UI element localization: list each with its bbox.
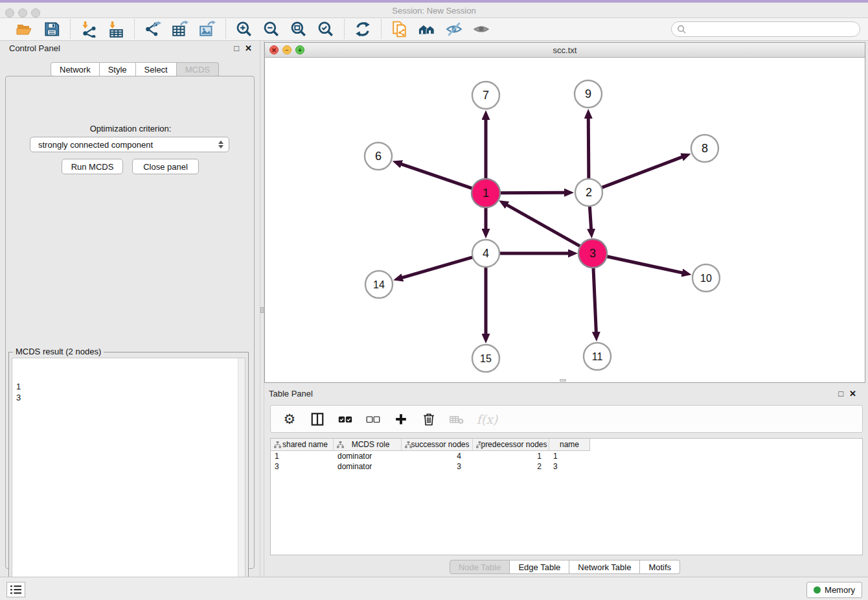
table-panel-tabs: Node TableEdge TableNetwork TableMotifs xyxy=(264,560,865,574)
table-row[interactable]: 3dominator323 xyxy=(271,461,862,472)
column-header-successor-nodes[interactable]: successor nodes xyxy=(402,439,473,450)
column-header-shared-name[interactable]: shared name xyxy=(271,439,334,450)
table-panel-float-icon[interactable]: □ xyxy=(838,389,843,398)
tab-mcds[interactable]: MCDS xyxy=(177,62,219,76)
svg-text:14: 14 xyxy=(373,279,385,290)
control-panel-float-icon[interactable]: □ xyxy=(234,43,239,53)
close-panel-button[interactable]: Close panel xyxy=(132,159,199,174)
svg-text:10: 10 xyxy=(700,273,712,284)
edge-3-10[interactable] xyxy=(606,256,683,273)
zoom-fit-icon[interactable] xyxy=(290,20,308,38)
minimize-window-button[interactable] xyxy=(18,8,27,17)
svg-text:6: 6 xyxy=(375,150,382,163)
graph-node-1[interactable]: 1 xyxy=(472,179,500,207)
duplicate-icon[interactable] xyxy=(391,20,409,38)
graph-node-3[interactable]: 3 xyxy=(578,239,607,268)
task-history-button[interactable] xyxy=(6,582,25,597)
export-table-icon[interactable] xyxy=(171,20,189,38)
delete-icon[interactable] xyxy=(420,411,437,428)
search-box[interactable] xyxy=(671,21,860,37)
edge-2-3[interactable] xyxy=(589,206,591,229)
graph-node-14[interactable]: 14 xyxy=(365,271,393,298)
table-row[interactable]: 1dominator411 xyxy=(271,451,862,461)
import-table-icon[interactable] xyxy=(107,20,125,38)
tab-style[interactable]: Style xyxy=(100,62,136,76)
app-titlebar: Session: New Session xyxy=(0,3,868,18)
graph-node-2[interactable]: 2 xyxy=(575,179,602,206)
graph-node-6[interactable]: 6 xyxy=(365,143,392,170)
edge-3-1[interactable] xyxy=(507,205,580,247)
tab-select[interactable]: Select xyxy=(136,62,177,76)
graph-node-10[interactable]: 10 xyxy=(692,264,720,292)
edge-4-14[interactable] xyxy=(402,257,473,278)
tab-network[interactable]: Network xyxy=(51,62,100,76)
network-close-button[interactable]: ✕ xyxy=(269,45,279,54)
graph-node-11[interactable]: 11 xyxy=(584,343,611,370)
column-header-predecessor-nodes[interactable]: predecessor nodes xyxy=(473,439,549,450)
edge-1-6[interactable] xyxy=(401,164,473,189)
control-panel-close-icon[interactable]: ✕ xyxy=(245,43,252,53)
tab-edge-table[interactable]: Edge Table xyxy=(510,560,569,574)
mcds-result-legend: MCDS result (2 nodes) xyxy=(13,347,104,356)
export-image-icon[interactable] xyxy=(198,20,216,38)
svg-text:7: 7 xyxy=(483,89,489,102)
memory-button[interactable]: Memory xyxy=(806,582,862,598)
run-mcds-button[interactable]: Run MCDS xyxy=(62,159,123,174)
column-header-MCDS-role[interactable]: MCDS role xyxy=(334,439,402,450)
tab-node-table[interactable]: Node Table xyxy=(450,560,510,574)
column-header-name[interactable]: name xyxy=(549,439,589,450)
graph-node-9[interactable]: 9 xyxy=(575,80,602,108)
search-input[interactable] xyxy=(690,23,860,36)
graph-node-15[interactable]: 15 xyxy=(472,345,499,372)
network-resize-handle[interactable] xyxy=(560,379,566,382)
result-item[interactable]: 1 xyxy=(16,381,245,392)
mcds-result-group: MCDS result (2 nodes) 13 xyxy=(8,352,249,598)
tab-network-table[interactable]: Network Table xyxy=(569,560,640,574)
edge-2-8[interactable] xyxy=(602,157,683,187)
network-minimize-button[interactable]: − xyxy=(282,45,291,54)
network-graph-canvas[interactable]: 7968124314101511 xyxy=(265,58,865,380)
graph-node-8[interactable]: 8 xyxy=(691,135,718,162)
edge-2-9[interactable] xyxy=(588,118,589,179)
app-window-title: Session: New Session xyxy=(0,3,868,18)
result-item[interactable]: 3 xyxy=(16,392,245,403)
network-zoom-button[interactable]: + xyxy=(295,45,304,54)
import-network-icon[interactable] xyxy=(80,20,98,38)
graph-node-4[interactable]: 4 xyxy=(472,240,499,267)
svg-text:8: 8 xyxy=(702,142,708,155)
optimization-criterion-select[interactable]: strongly connected component xyxy=(30,137,229,152)
zoom-window-button[interactable] xyxy=(31,8,40,17)
edge-3-11[interactable] xyxy=(593,267,596,332)
select-all-icon[interactable] xyxy=(337,411,354,428)
zoom-out-icon[interactable] xyxy=(262,20,280,38)
cell-MCDS-role: dominator xyxy=(334,461,402,472)
zoom-selected-icon[interactable] xyxy=(317,20,335,38)
zoom-in-icon[interactable] xyxy=(235,20,253,38)
show-visual-icon[interactable] xyxy=(472,20,490,38)
gear-icon[interactable]: ⚙ xyxy=(281,411,298,428)
cell-successor-nodes: 3 xyxy=(402,461,473,472)
open-icon[interactable] xyxy=(16,20,34,38)
node-table: shared nameMCDS rolesuccessor nodesprede… xyxy=(270,438,863,555)
export-network-icon[interactable] xyxy=(144,20,162,38)
table-panel-title: Table Panel xyxy=(269,389,313,398)
table-panel-close-icon[interactable]: ✕ xyxy=(849,389,856,398)
hide-visual-icon[interactable] xyxy=(445,20,463,38)
panel-splitter-handle[interactable] xyxy=(260,307,264,313)
result-scrollbar[interactable] xyxy=(238,358,245,594)
svg-text:1: 1 xyxy=(483,187,489,200)
close-window-button[interactable] xyxy=(5,8,14,17)
tab-motifs[interactable]: Motifs xyxy=(640,560,680,574)
cell-shared-name: 3 xyxy=(271,461,334,472)
edge-1-2[interactable] xyxy=(499,192,565,193)
mcds-result-list[interactable]: 13 xyxy=(12,358,246,595)
optimization-criterion-label: Optimization criterion: xyxy=(6,124,255,133)
graph-node-7[interactable]: 7 xyxy=(472,82,499,109)
home-icon[interactable] xyxy=(418,20,436,38)
columns-icon[interactable] xyxy=(309,411,326,428)
function-icon: f(x) xyxy=(476,411,498,428)
save-icon[interactable] xyxy=(43,20,61,38)
deselect-all-icon[interactable] xyxy=(365,411,382,428)
refresh-icon[interactable] xyxy=(354,20,372,38)
add-icon[interactable] xyxy=(393,411,409,428)
